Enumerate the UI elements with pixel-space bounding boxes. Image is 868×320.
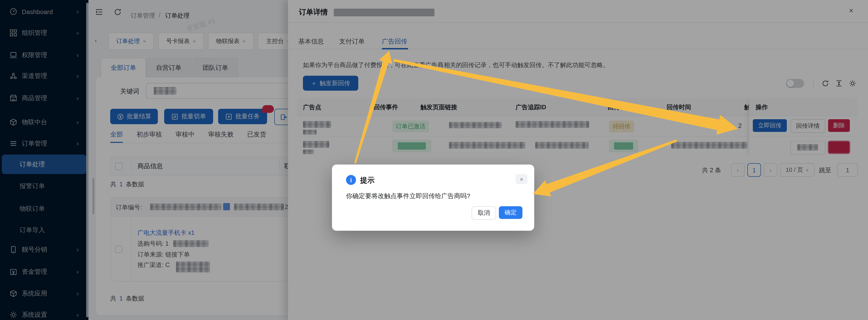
button-label: 确定 [504,209,517,217]
button-label: 取消 [478,209,490,217]
info-glyph: i [350,177,352,183]
info-icon: i [346,175,356,185]
screenshot-stage: Dashboard ∨ 组织管理 ∨ 权限管理 ∨ 渠道管理 ∨ 商品管理 ∨ … [0,0,868,320]
modal-body-text: 你确定要将改触点事件立即回传给广告商吗? [346,192,470,200]
cancel-button[interactable]: 取消 [472,206,496,220]
confirm-modal: i 提示 × 你确定要将改触点事件立即回传给广告商吗? 取消 确定 [332,164,534,231]
close-glyph: × [520,175,523,183]
confirm-button[interactable]: 确定 [499,206,522,219]
modal-close-icon[interactable]: × [516,174,527,184]
modal-mask[interactable] [0,0,868,320]
modal-title: 提示 [360,176,375,185]
